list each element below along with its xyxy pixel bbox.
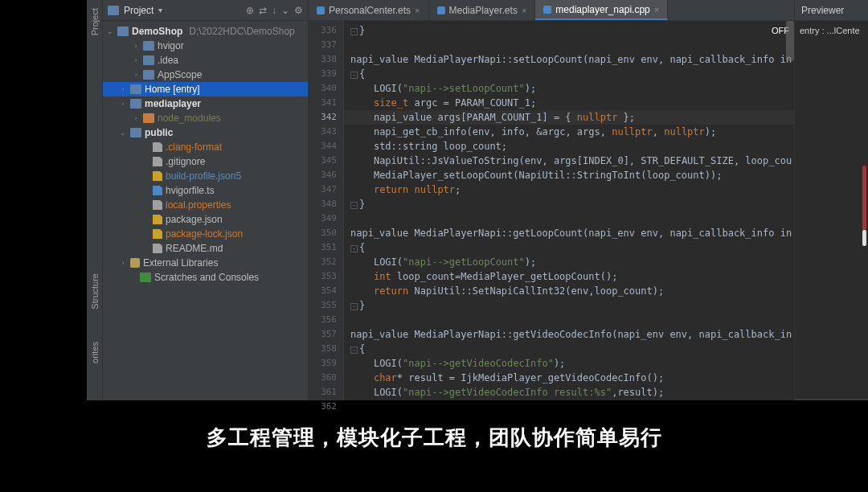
tool-project[interactable]: Project xyxy=(90,8,100,35)
tree-item[interactable]: README.md xyxy=(103,241,308,256)
line-number[interactable]: 354 xyxy=(309,284,343,298)
tool-favorites[interactable]: orites xyxy=(90,342,100,363)
line-number[interactable]: 338 xyxy=(309,52,343,67)
tree-item[interactable]: package.json xyxy=(103,212,308,227)
code-editor[interactable]: -}napi_value MediaPlayerNapi::setLoopCou… xyxy=(344,21,794,400)
folder-icon xyxy=(130,84,141,94)
code-line[interactable]: napi_value MediaPlayerNapi::setLoopCount… xyxy=(344,52,794,67)
sidebar-toolbar-icon[interactable]: ⇄ xyxy=(259,5,267,16)
editor-tab[interactable]: mediaplayer_napi.cpp× xyxy=(535,0,668,20)
chevron-down-icon[interactable]: ▾ xyxy=(158,6,162,14)
tree-item[interactable]: ›External Libraries xyxy=(103,256,308,270)
line-number[interactable]: 336 xyxy=(309,23,343,38)
line-number[interactable]: 344 xyxy=(309,139,343,154)
code-line[interactable]: -{ xyxy=(344,342,794,356)
code-line[interactable]: LOGI("napi-->getVideoCodecInfo"); xyxy=(344,356,794,371)
line-number[interactable]: 346 xyxy=(309,168,343,182)
close-icon[interactable]: × xyxy=(654,5,659,14)
close-icon[interactable]: × xyxy=(522,6,526,15)
tree-item[interactable]: Scratches and Consoles xyxy=(103,270,308,285)
sidebar-toolbar-icon[interactable]: ⚙ xyxy=(294,5,303,16)
tree-item[interactable]: ›hvigor xyxy=(103,39,308,53)
code-line[interactable]: -} xyxy=(344,197,794,211)
project-tree[interactable]: ⌄ DemoShop D:\2022HDC\DemoShop ›hvigor›.… xyxy=(103,21,308,400)
line-number[interactable]: 362 xyxy=(309,400,343,414)
line-number[interactable]: 355 xyxy=(309,298,343,313)
tree-item[interactable]: ⌄public xyxy=(103,125,308,140)
tree-item[interactable]: .clang-format xyxy=(103,140,308,154)
sidebar-toolbar-icon[interactable]: ↓ xyxy=(272,5,276,16)
code-line[interactable] xyxy=(344,211,794,226)
scroll-stripe[interactable] xyxy=(862,230,866,246)
tree-item[interactable]: package-lock.json xyxy=(103,227,308,241)
tree-item[interactable]: ›.idea xyxy=(103,53,308,68)
code-line[interactable]: -} xyxy=(344,298,794,313)
line-number[interactable]: 348 xyxy=(309,197,343,211)
line-number[interactable]: 339 xyxy=(309,67,343,81)
tree-root[interactable]: ⌄ DemoShop D:\2022HDC\DemoShop xyxy=(103,24,308,39)
line-number[interactable]: 351 xyxy=(309,240,343,255)
line-number[interactable]: 350 xyxy=(309,226,343,240)
fold-icon[interactable]: - xyxy=(350,245,358,252)
line-number[interactable]: 361 xyxy=(309,385,343,400)
code-line[interactable]: char* result = IjkMediaPlayer_getVideoCo… xyxy=(344,371,794,385)
line-number[interactable]: 347 xyxy=(309,182,343,197)
line-number[interactable]: 349 xyxy=(309,211,343,226)
editor-scrollbar[interactable] xyxy=(786,21,794,400)
sidebar-toolbar-icon[interactable]: ⌄ xyxy=(281,5,289,16)
code-line[interactable]: return nullptr; xyxy=(344,182,794,197)
line-number[interactable]: 342 xyxy=(309,110,343,125)
code-line[interactable]: napi_value MediaPlayerNapi::getVideoCode… xyxy=(344,327,794,342)
line-number[interactable]: 340 xyxy=(309,81,343,96)
editor-tab[interactable]: PersonalCenter.ets× xyxy=(309,0,429,20)
code-line[interactable]: -{ xyxy=(344,67,794,81)
tree-item[interactable]: ›AppScope xyxy=(103,68,308,82)
tree-item[interactable]: .gitignore xyxy=(103,154,308,169)
line-number[interactable]: 360 xyxy=(309,371,343,385)
line-number[interactable]: 353 xyxy=(309,269,343,284)
tree-item[interactable]: ›Home [entry] xyxy=(103,82,308,96)
fold-icon[interactable]: - xyxy=(350,346,358,354)
tree-item[interactable]: hvigorfile.ts xyxy=(103,183,308,198)
sidebar-toolbar-icon[interactable]: ⊕ xyxy=(246,5,254,16)
code-line[interactable]: LOGI("napi-->getLoopCount"); xyxy=(344,255,794,269)
line-number[interactable]: 357 xyxy=(309,327,343,342)
editor-tab[interactable]: MediaPlayer.ets× xyxy=(429,0,536,20)
close-icon[interactable]: × xyxy=(415,6,420,15)
code-line[interactable]: int loop_count=MediaPlayer_getLoopCount(… xyxy=(344,269,794,284)
line-number[interactable]: 345 xyxy=(309,154,343,168)
tree-item[interactable]: local.properties xyxy=(103,198,308,212)
code-line[interactable]: napi_get_cb_info(env, info, &argc, args,… xyxy=(344,125,794,139)
tree-item[interactable]: build-profile.json5 xyxy=(103,169,308,183)
code-line[interactable]: -{ xyxy=(344,240,794,255)
code-line[interactable]: size_t argc = PARAM_COUNT_1; xyxy=(344,96,794,110)
tool-structure[interactable]: Structure xyxy=(90,273,100,310)
line-number[interactable]: 356 xyxy=(309,313,343,327)
previewer-header[interactable]: Previewer xyxy=(795,0,868,21)
tree-item[interactable]: ›node_modules xyxy=(103,111,308,125)
code-line[interactable]: return NapiUtil::SetNapiCallInt32(env,lo… xyxy=(344,284,794,298)
fold-icon[interactable]: - xyxy=(350,28,358,35)
code-line[interactable]: napi_value MediaPlayerNapi::getLoopCount… xyxy=(344,226,794,240)
code-line[interactable]: LOGI("napi-->getVideoCodecInfo result:%s… xyxy=(344,385,794,400)
line-number[interactable]: 341 xyxy=(309,96,343,110)
line-number[interactable]: 343 xyxy=(309,125,343,139)
line-number[interactable]: 352 xyxy=(309,255,343,269)
code-line[interactable]: napi_value napi_result; xyxy=(344,400,794,400)
code-line[interactable]: -} xyxy=(344,23,794,38)
code-line[interactable]: std::string loop_count; xyxy=(344,139,794,154)
code-line[interactable]: MediaPlayer_setLoopCount(NapiUtil::Strin… xyxy=(344,168,794,182)
fold-icon[interactable]: - xyxy=(350,202,358,209)
code-line[interactable] xyxy=(344,313,794,327)
code-line[interactable]: LOGI("napi-->setLoopCount"); xyxy=(344,81,794,96)
code-line[interactable]: NapiUtil::JsValueToString(env, args[INDE… xyxy=(344,154,794,168)
fold-icon[interactable]: - xyxy=(350,72,358,79)
line-number[interactable]: 358 xyxy=(309,342,343,356)
line-number[interactable]: 337 xyxy=(309,38,343,52)
line-number[interactable]: 359 xyxy=(309,356,343,371)
code-line[interactable] xyxy=(344,38,794,52)
tree-item[interactable]: ›mediaplayer xyxy=(103,96,308,111)
fold-icon[interactable]: - xyxy=(350,303,358,310)
error-stripe[interactable] xyxy=(862,166,866,230)
code-line[interactable]: napi_value args[PARAM_COUNT_1] = { nullp… xyxy=(344,110,794,125)
